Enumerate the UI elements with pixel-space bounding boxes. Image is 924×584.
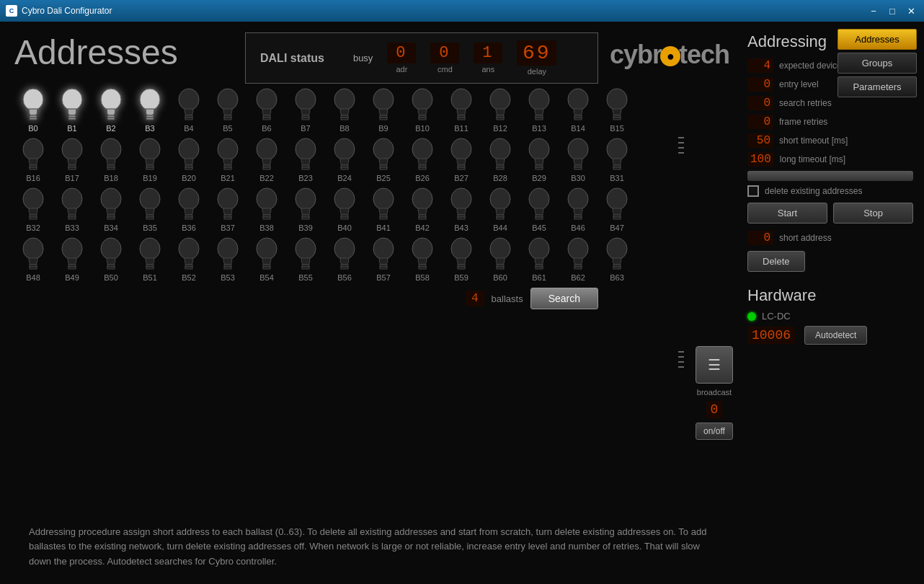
ballast-item-b10[interactable]: B10 [404, 87, 441, 133]
ballast-item-b50[interactable]: B50 [92, 236, 130, 282]
ballast-item-b9[interactable]: B9 [365, 87, 402, 133]
ballast-item-b21[interactable]: B21 [209, 136, 246, 182]
svg-point-114 [257, 188, 277, 210]
search-button[interactable]: Search [530, 288, 598, 309]
ballast-search-row: 4 ballasts Search [14, 288, 656, 309]
ballast-item-b52[interactable]: B52 [170, 236, 208, 282]
nav-parameters-button[interactable]: Parameters [838, 76, 917, 97]
ballast-item-b37[interactable]: B37 [209, 186, 246, 232]
ballast-item-b11[interactable]: B11 [443, 87, 480, 133]
start-button[interactable]: Start [747, 203, 827, 224]
ballast-item-b62[interactable]: B62 [559, 236, 597, 282]
ballast-item-b46[interactable]: B46 [559, 186, 597, 232]
ballast-item-b34[interactable]: B34 [92, 186, 130, 232]
broadcast-button[interactable]: ☰ [696, 346, 733, 384]
ballast-label-b13: B13 [532, 124, 546, 133]
ballast-item-b3[interactable]: B3 [131, 87, 169, 133]
progress-bar-container [747, 171, 913, 181]
onoff-button[interactable]: on/off [696, 422, 733, 440]
logo-o: ● [660, 46, 680, 66]
ballast-item-b23[interactable]: B23 [287, 136, 324, 182]
ballast-item-b12[interactable]: B12 [481, 87, 519, 133]
svg-point-72 [334, 138, 355, 160]
ballast-item-b39[interactable]: B39 [287, 186, 324, 232]
ballast-item-b14[interactable]: B14 [559, 87, 597, 133]
delete-button[interactable]: Delete [747, 251, 805, 272]
ballast-label-b7: B7 [301, 124, 310, 133]
ballast-item-b51[interactable]: B51 [131, 236, 169, 282]
ballast-item-b60[interactable]: B60 [481, 236, 519, 282]
ballast-item-b40[interactable]: B40 [326, 186, 363, 232]
ballasts-grid: B0 B1 B2 B3 B4 B5 [14, 87, 656, 282]
ballast-item-b8[interactable]: B8 [326, 87, 363, 133]
ballast-item-b49[interactable]: B49 [53, 236, 91, 282]
ballast-item-b56[interactable]: B56 [326, 236, 363, 282]
minimize-button[interactable]: − [866, 4, 881, 17]
autodetect-button[interactable]: Autodetect [804, 326, 867, 345]
bulb-icon-b48 [18, 236, 48, 272]
ballast-item-b28[interactable]: B28 [481, 136, 519, 182]
bulb-icon-b14 [563, 87, 593, 123]
ballast-item-b44[interactable]: B44 [481, 186, 519, 232]
ballast-item-b22[interactable]: B22 [248, 136, 285, 182]
ballast-item-b63[interactable]: B63 [598, 236, 636, 282]
ballast-item-b17[interactable]: B17 [53, 136, 91, 182]
svg-rect-179 [458, 267, 465, 269]
close-button[interactable]: ✕ [904, 4, 918, 17]
ballast-item-b36[interactable]: B36 [170, 186, 208, 232]
maximize-button[interactable]: □ [885, 4, 899, 17]
ballast-item-b5[interactable]: B5 [209, 87, 246, 133]
ballast-item-b55[interactable]: B55 [287, 236, 324, 282]
nav-groups-button[interactable]: Groups [838, 53, 917, 74]
svg-rect-41 [536, 118, 543, 120]
ballast-item-b0[interactable]: B0 [14, 87, 52, 133]
ballast-item-b32[interactable]: B32 [14, 186, 52, 232]
ballast-item-b26[interactable]: B26 [404, 136, 441, 182]
stop-button[interactable]: Stop [833, 203, 913, 224]
ballast-item-b27[interactable]: B27 [443, 136, 480, 182]
ballast-item-b1[interactable]: B1 [53, 87, 91, 133]
ballast-item-b47[interactable]: B47 [598, 186, 636, 232]
svg-point-102 [101, 188, 121, 210]
ballast-item-b24[interactable]: B24 [326, 136, 363, 182]
svg-point-36 [490, 89, 510, 110]
ballast-item-b61[interactable]: B61 [520, 236, 558, 282]
delete-existing-checkbox[interactable] [747, 185, 759, 197]
ballast-item-b54[interactable]: B54 [248, 236, 285, 282]
ballast-item-b38[interactable]: B38 [248, 186, 285, 232]
ballast-item-b33[interactable]: B33 [53, 186, 91, 232]
ballast-item-b30[interactable]: B30 [559, 136, 597, 182]
ballast-item-b58[interactable]: B58 [404, 236, 441, 282]
entry-level-label: entry level [779, 79, 819, 89]
ballast-item-b25[interactable]: B25 [365, 136, 402, 182]
ballast-item-b15[interactable]: B15 [598, 87, 636, 133]
ballast-item-b6[interactable]: B6 [248, 87, 285, 133]
ballast-item-b45[interactable]: B45 [520, 186, 558, 232]
ballast-item-b59[interactable]: B59 [443, 236, 480, 282]
ballast-label-b49: B49 [65, 273, 79, 282]
ballast-item-b16[interactable]: B16 [14, 136, 52, 182]
ballast-item-b43[interactable]: B43 [443, 186, 480, 232]
ballast-item-b13[interactable]: B13 [520, 87, 558, 133]
ballast-item-b18[interactable]: B18 [92, 136, 130, 182]
ballast-item-b53[interactable]: B53 [209, 236, 246, 282]
bulb-icon-b21 [213, 136, 243, 172]
ballast-item-b48[interactable]: B48 [14, 236, 52, 282]
ballast-item-b7[interactable]: B7 [287, 87, 324, 133]
ballast-item-b57[interactable]: B57 [365, 236, 402, 282]
nav-addresses-button[interactable]: Addresses [838, 29, 917, 50]
ballast-item-b35[interactable]: B35 [131, 186, 169, 232]
svg-rect-50 [30, 167, 37, 169]
ballast-item-b31[interactable]: B31 [598, 136, 636, 182]
svg-rect-134 [497, 217, 504, 219]
ballast-item-b2[interactable]: B2 [92, 87, 130, 133]
svg-rect-140 [574, 217, 582, 219]
svg-rect-176 [419, 267, 426, 269]
ballast-item-b20[interactable]: B20 [170, 136, 208, 182]
ballast-label-b39: B39 [298, 224, 313, 232]
ballast-item-b41[interactable]: B41 [365, 186, 402, 232]
ballast-item-b29[interactable]: B29 [520, 136, 558, 182]
ballast-item-b4[interactable]: B4 [170, 87, 208, 133]
ballast-item-b42[interactable]: B42 [404, 186, 441, 232]
ballast-item-b19[interactable]: B19 [131, 136, 169, 182]
